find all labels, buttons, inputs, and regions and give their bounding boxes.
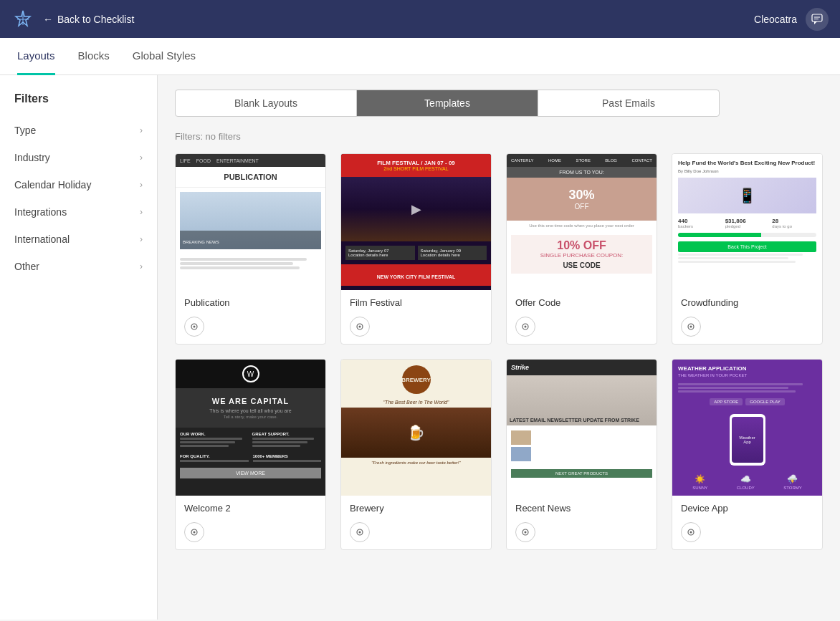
template-actions-device	[672, 519, 822, 549]
preview-button-device[interactable]	[681, 522, 701, 542]
sidebar-item-calendar-holiday[interactable]: Calendar Holiday ›	[0, 171, 157, 198]
crowd-stats: 440backers $31,806pledged 28days to go	[678, 218, 816, 228]
sidebar-item-other[interactable]: Other ›	[0, 253, 157, 280]
back-to-checklist-label: Back to Checklist	[57, 14, 134, 25]
crowd-text	[678, 254, 816, 263]
template-card-publication[interactable]: LIFEFOODENTERTAINMENT PUBLICATION BREAKI…	[175, 153, 326, 345]
offer-header: CANTERLYHOMESTOREBLOGCONTACT	[507, 154, 657, 167]
device-badges: APP STORE GOOGLE PLAY	[678, 398, 816, 405]
chevron-right-icon-type: ›	[140, 125, 143, 135]
sidebar-item-international-label: International	[14, 234, 70, 245]
sidebar-item-other-label: Other	[14, 261, 39, 272]
sidebar-item-type[interactable]: Type ›	[0, 117, 157, 144]
welcome-cols: OUR WORK. GREAT SUPPORT.	[176, 428, 325, 453]
svg-point-19	[525, 531, 527, 534]
svg-rect-3	[812, 14, 822, 21]
main-tab-bar: Layouts Blocks Global Styles	[0, 38, 840, 75]
svg-point-21	[690, 531, 692, 534]
svg-point-9	[359, 326, 361, 328]
film-cta: NEW YORK CITY FILM FESTIVAL	[341, 264, 491, 286]
template-name-film-festival: Film Festival	[341, 290, 491, 314]
template-thumb-device: WEATHER APPLICATION THE WEATHER IN YOUR …	[672, 360, 822, 496]
news-items	[507, 425, 657, 466]
sidebar-item-industry[interactable]: Industry ›	[0, 144, 157, 171]
template-card-welcome-2[interactable]: W WE ARE CAPITAL This is where you tell …	[175, 359, 326, 550]
template-thumb-crowd: Help Fund the World's Best Exciting New …	[672, 154, 822, 290]
sidebar: Filters Type › Industry › Calendar Holid…	[0, 75, 158, 620]
welcome-logo-circle: W	[242, 365, 259, 382]
svg-point-13	[690, 326, 692, 328]
template-actions-news	[507, 519, 657, 549]
brew-tagline: "The Best Beer In The World"	[383, 400, 449, 405]
template-name-publication: Publication	[176, 290, 325, 314]
preview-button-welcome[interactable]	[184, 522, 204, 542]
template-actions-crowd	[672, 314, 822, 344]
chevron-right-icon-industry: ›	[140, 153, 143, 163]
preview-button-film[interactable]	[350, 317, 370, 337]
template-card-device-app[interactable]: WEATHER APPLICATION THE WEATHER IN YOUR …	[672, 359, 823, 550]
template-thumb-film: FILM FESTIVAL / JAN 07 - 09 2nd SHORT FI…	[341, 154, 491, 290]
sidebar-item-integrations[interactable]: Integrations ›	[0, 198, 157, 226]
offer-hero: 30% OFF	[507, 178, 657, 221]
top-nav-right: Cleocatra	[754, 8, 829, 31]
sidebar-title: Filters	[0, 92, 157, 117]
sidebar-item-calendar-label: Calendar Holiday	[14, 179, 91, 191]
template-card-recent-news[interactable]: Strike LATEST EMAIL NEWSLETTER UPDATE FR…	[506, 359, 657, 550]
welcome-hero: WE ARE CAPITAL This is where you tell al…	[176, 388, 325, 428]
template-actions-brewery	[341, 519, 491, 549]
template-actions-film	[341, 314, 491, 344]
template-card-offer-code[interactable]: CANTERLYHOMESTOREBLOGCONTACT FROM US TO …	[506, 153, 657, 345]
sidebar-item-integrations-label: Integrations	[14, 206, 67, 218]
news-item-2	[511, 447, 652, 461]
content-area: Blank Layouts Templates Past Emails Filt…	[158, 75, 840, 620]
template-thumb-brewery: BREWERY "The Best Beer In The World" "Fr…	[341, 360, 491, 496]
offer-coupon: 10% OFF SINGLE PURCHASE COUPON: USE CODE	[511, 235, 652, 274]
welcome-cta[interactable]: VIEW MORE	[180, 468, 321, 478]
offer-tagline: FROM US TO YOU:	[507, 167, 657, 178]
device-title: WEATHER APPLICATION	[678, 365, 816, 372]
past-emails-button[interactable]: Past Emails	[538, 90, 719, 116]
film-footer: Saturday, January 07Location details her…	[341, 241, 491, 264]
template-actions-welcome	[176, 519, 325, 549]
template-actions-publication	[176, 314, 325, 344]
template-card-crowdfunding[interactable]: Help Fund the World's Best Exciting New …	[672, 153, 823, 345]
template-grid: LIFEFOODENTERTAINMENT PUBLICATION BREAKI…	[175, 153, 823, 550]
filters-status: Filters: no filters	[175, 131, 823, 142]
news-hero: LATEST EMAIL NEWSLETTER UPDATE FROM STRI…	[507, 375, 657, 425]
welcome-cols-2: FOR QUALITY. 1000+ MEMBERS	[176, 453, 325, 465]
template-card-brewery[interactable]: BREWERY "The Best Beer In The World" "Fr…	[340, 359, 492, 550]
layout-toggle: Blank Layouts Templates Past Emails	[175, 90, 720, 117]
device-weather: ☀️ SUNNY ☁️ CLOUDY ⛈️ STORMY	[678, 474, 816, 490]
svg-point-11	[525, 326, 527, 328]
pub-nav: LIFEFOODENTERTAINMENT	[176, 154, 325, 167]
template-thumb-welcome: W WE ARE CAPITAL This is where you tell …	[176, 360, 325, 496]
svg-point-7	[194, 326, 196, 328]
tab-blocks[interactable]: Blocks	[78, 38, 110, 75]
template-name-recent-news: Recent News	[507, 496, 657, 519]
pub-text	[176, 254, 325, 274]
preview-button-news[interactable]	[515, 522, 535, 542]
tab-global-styles[interactable]: Global Styles	[133, 38, 196, 75]
template-thumb-news: Strike LATEST EMAIL NEWSLETTER UPDATE FR…	[507, 360, 657, 496]
sidebar-item-international[interactable]: International ›	[0, 226, 157, 253]
sidebar-item-industry-label: Industry	[14, 152, 50, 163]
chat-button[interactable]	[806, 8, 829, 31]
news-cta[interactable]: NEXT GREAT PRODUCTS	[511, 469, 652, 478]
brew-logo: BREWERY	[402, 365, 431, 394]
pub-title: PUBLICATION	[176, 167, 325, 188]
template-thumb-offer: CANTERLYHOMESTOREBLOGCONTACT FROM US TO …	[507, 154, 657, 290]
preview-button-publication[interactable]	[184, 317, 204, 337]
user-name: Cleocatra	[754, 14, 797, 25]
preview-button-brewery[interactable]	[350, 522, 370, 542]
app-logo	[11, 8, 34, 31]
preview-button-crowd[interactable]	[681, 317, 701, 337]
back-to-checklist-button[interactable]: ← Back to Checklist	[43, 14, 134, 25]
device-phone: WeatherApp	[730, 414, 765, 466]
crowd-cta-button[interactable]: Back This Project	[678, 241, 816, 252]
back-arrow-icon: ←	[43, 14, 53, 25]
template-card-film-festival[interactable]: FILM FESTIVAL / JAN 07 - 09 2nd SHORT FI…	[340, 153, 492, 345]
templates-button[interactable]: Templates	[357, 90, 538, 116]
tab-layouts[interactable]: Layouts	[17, 38, 55, 75]
blank-layouts-button[interactable]: Blank Layouts	[176, 90, 357, 116]
preview-button-offer[interactable]	[515, 317, 535, 337]
